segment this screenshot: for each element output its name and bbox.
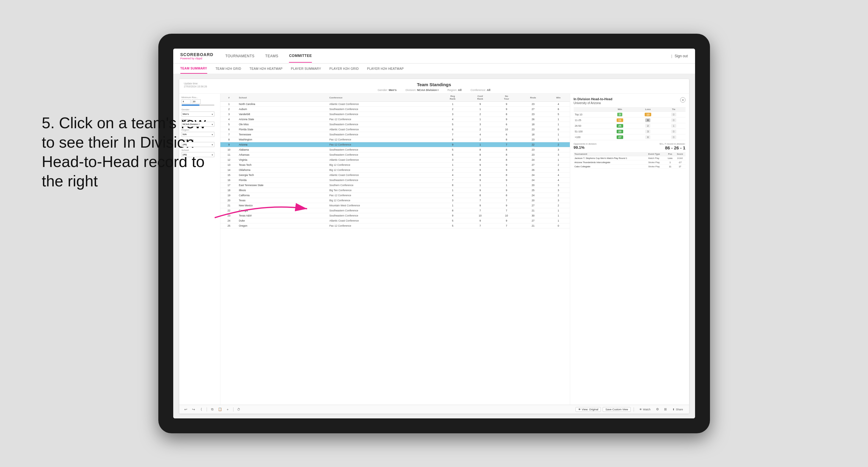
eye-icon: 👁 xyxy=(578,408,581,411)
table-row[interactable]: 13 Texas Tech Big 12 Conference 1 9 9 27… xyxy=(220,162,570,167)
tournament-col-pos: Pos xyxy=(666,152,675,156)
table-row[interactable]: 11 Arkansas Southeastern Conference 6 8 … xyxy=(220,152,570,157)
grid-icon[interactable]: ⊞ xyxy=(662,406,668,412)
min-rounds-max-input[interactable] xyxy=(192,99,201,104)
table-row[interactable]: 6 Florida State Atlantic Coast Conferenc… xyxy=(220,127,570,132)
table-row[interactable]: 7 Tennessee Southeastern Conference 7 4 … xyxy=(220,132,570,137)
instruction-arrow xyxy=(209,197,313,221)
redo-icon[interactable]: ↪ xyxy=(190,406,196,412)
settings-icon[interactable]: ⚙ xyxy=(654,406,660,412)
update-time: Update time: 27/03/2024 15:56:26 xyxy=(184,82,217,88)
h2h-row: 51-100 20 3 0 xyxy=(574,129,685,134)
sub-nav-team-h2h-heatmap[interactable]: TEAM H2H HEATMAP xyxy=(250,64,283,73)
table-row[interactable]: 10 Alabama Southeastern Conference 5 8 8… xyxy=(220,147,570,152)
region-filter: Region: All xyxy=(447,88,462,92)
top-navbar: SCOREBOARD Powered by clippd TOURNAMENTS… xyxy=(173,49,695,64)
gender-filter: Gender: Men's xyxy=(377,88,397,92)
record-value: 86 - 26 - 1 xyxy=(659,145,685,150)
conference-filter: Conference: All xyxy=(470,88,491,92)
table-row[interactable]: 18 Illinois Big Ten Conference 1 9 9 25 … xyxy=(220,188,570,193)
tournament-col-score: Score xyxy=(675,152,685,156)
sign-out-link[interactable]: Sign out xyxy=(675,54,688,58)
col-conf-rank: ConfRank xyxy=(466,94,494,102)
table-row[interactable]: 2 Auburn Southeastern Conference 2 1 9 2… xyxy=(220,107,570,112)
h2h-row: >100 27 0 0 xyxy=(574,134,685,140)
h2h-row: 11-25 11 8 0 xyxy=(574,118,685,123)
opponents-label: Opponents in division: xyxy=(574,143,597,145)
step-back-icon[interactable]: ⟨ xyxy=(198,406,204,412)
school-select[interactable]: (All) xyxy=(182,152,214,157)
tournament-col-name: Tournament xyxy=(574,152,648,156)
opponents-value: 99.1% xyxy=(574,145,597,150)
region-select[interactable]: N/A xyxy=(182,132,214,137)
logo: SCOREBOARD Powered by clippd xyxy=(180,52,214,60)
division-filter: Division: NCAA Division I xyxy=(405,88,439,92)
nav-tournaments[interactable]: TOURNAMENTS xyxy=(225,49,255,63)
col-conference: Conference xyxy=(328,94,439,102)
division-select[interactable]: NCAA Division I xyxy=(182,122,214,127)
h2h-loss-header: Loss xyxy=(634,107,662,112)
gender-control-label: Gender xyxy=(182,108,218,111)
tournament-row: Arizona Thunderbirds Intercollegiate Str… xyxy=(574,160,685,165)
data-table-container: # School Conference RegRank ConfRank NoT… xyxy=(220,94,570,405)
table-row[interactable]: 5 Ole Miss Southeastern Conference 5 3 6… xyxy=(220,122,570,127)
undo-icon[interactable]: ↩ xyxy=(183,406,189,412)
share-icon: ⬆ xyxy=(672,408,675,411)
watch-button[interactable]: 👁 Watch xyxy=(637,407,653,411)
nav-teams[interactable]: TEAMS xyxy=(266,49,279,63)
h2h-row: 26-50 25 2 1 xyxy=(574,123,685,129)
h2h-school-name: University of Arizona xyxy=(574,101,685,105)
tablet-screen: SCOREBOARD Powered by clippd TOURNAMENTS… xyxy=(173,49,695,418)
table-row[interactable]: 14 Oklahoma Big 12 Conference 2 9 9 26 3 xyxy=(220,167,570,173)
tablet-device: SCOREBOARD Powered by clippd TOURNAMENTS… xyxy=(158,34,710,433)
watch-icon: 👁 xyxy=(639,408,642,411)
nav-committee[interactable]: COMMITTEE xyxy=(289,50,312,63)
share-button[interactable]: ⬆ Share xyxy=(670,407,685,411)
sub-nav-player-summary[interactable]: PLAYER SUMMARY xyxy=(291,64,321,73)
clock-icon[interactable]: ⏱ xyxy=(236,406,242,412)
table-row[interactable]: 1 North Carolina Atlantic Coast Conferen… xyxy=(220,102,570,107)
tournament-row: Jackson T. Stephens Cup Men's Match-Play… xyxy=(574,156,685,160)
table-row[interactable]: 9 Arizona Pac-12 Conference 9 1 7 22 2 xyxy=(220,142,570,147)
tournament-row: Cabo Collegiate Stroke Play 11 17 xyxy=(574,165,685,169)
add-icon[interactable]: + xyxy=(225,406,231,412)
main-panel: Update time: 27/03/2024 15:56:26 Team St… xyxy=(179,79,689,414)
copy-icon[interactable]: ⧉ xyxy=(209,406,215,412)
table-row[interactable]: 8 Washington Pac-12 Conference 8 2 8 23 … xyxy=(220,137,570,142)
table-row[interactable]: 17 East Tennessee State Southern Confere… xyxy=(220,183,570,188)
table-row[interactable]: 12 Virginia Atlantic Coast Conference 3 … xyxy=(220,157,570,162)
conference-select[interactable]: (All) xyxy=(182,142,214,147)
h2h-win-header: Win xyxy=(606,107,634,112)
h2h-row: Top 10 3 13 0 xyxy=(574,112,685,118)
tournament-col-type: Event Type xyxy=(647,152,666,156)
sub-navbar: TEAM SUMMARY TEAM H2H GRID TEAM H2H HEAT… xyxy=(173,64,695,74)
sub-nav-team-summary[interactable]: TEAM SUMMARY xyxy=(180,64,207,74)
col-reg-rank: RegRank xyxy=(439,94,466,102)
panel-header: Update time: 27/03/2024 15:56:26 Team St… xyxy=(179,79,689,94)
table-row[interactable]: 16 Florida Southeastern Conference 7 9 9… xyxy=(220,178,570,183)
sub-nav-player-h2h-grid[interactable]: PLAYER H2H GRID xyxy=(330,64,359,73)
table-row[interactable]: 4 Arizona State Pac-12 Conference 4 1 9 … xyxy=(220,117,570,122)
col-win: Win xyxy=(547,94,570,102)
sub-nav-team-h2h-grid[interactable]: TEAM H2H GRID xyxy=(216,64,241,73)
paste-icon[interactable]: 📋 xyxy=(217,406,223,412)
h2h-close-button[interactable]: ✕ xyxy=(680,97,685,102)
panel-title: Team Standings xyxy=(217,82,652,87)
save-custom-view-button[interactable]: Save Custom View xyxy=(602,407,631,412)
table-row[interactable]: 3 Vanderbilt Southeastern Conference 3 2… xyxy=(220,112,570,117)
h2h-panel: In Division Head-to-Head University of A… xyxy=(570,94,689,405)
record-label: W-L-T record in-division: xyxy=(659,143,685,145)
sub-nav-player-h2h-heatmap[interactable]: PLAYER H2H HEATMAP xyxy=(367,64,404,73)
main-navigation: TOURNAMENTS TEAMS COMMITTEE xyxy=(225,49,312,63)
gender-select[interactable]: Men's xyxy=(182,112,214,117)
content-area: Update time: 27/03/2024 15:56:26 Team St… xyxy=(173,74,695,418)
table-row[interactable]: 25 Oregon Pac-12 Conference 5 7 7 21 0 xyxy=(220,223,570,228)
table-row[interactable]: 15 Georgia Tech Atlantic Coast Conferenc… xyxy=(220,173,570,178)
view-original-button[interactable]: 👁 View: Original xyxy=(576,407,601,412)
min-rounds-min-input[interactable] xyxy=(182,99,190,104)
h2h-title: In Division Head-to-Head xyxy=(574,97,685,101)
panel-body: Minimum Rou... Gender Me xyxy=(179,94,689,405)
col-no-tour: NoTour xyxy=(494,94,519,102)
col-rnds: Rnds xyxy=(519,94,547,102)
tournament-section: Tournament Event Type Pos Score Jackson … xyxy=(574,152,685,169)
